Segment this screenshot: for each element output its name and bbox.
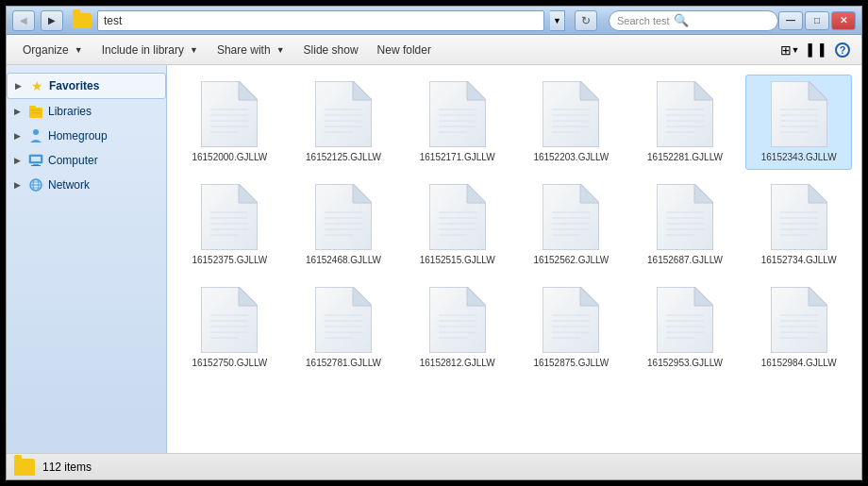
file-item[interactable]: 16152375.GJLLW <box>176 177 283 273</box>
search-icon[interactable]: 🔍 <box>674 13 689 27</box>
file-name: 16152515.GJLLW <box>420 254 495 266</box>
svg-rect-3 <box>31 112 41 114</box>
file-icon <box>201 287 258 353</box>
file-item[interactable]: 16152750.GJLLW <box>176 280 283 376</box>
forward-button[interactable]: ▶ <box>41 10 63 31</box>
file-name: 16152562.GJLLW <box>533 254 609 266</box>
organize-button[interactable]: Organize ▼ <box>14 39 92 61</box>
address-dropdown-button[interactable]: ▼ <box>550 10 565 31</box>
file-name: 16152875.GJLLW <box>533 357 609 369</box>
sidebar-item-computer[interactable]: ▶ Computer <box>7 148 166 173</box>
svg-marker-71 <box>467 184 486 203</box>
search-bar[interactable]: Search test 🔍 <box>609 10 778 31</box>
file-item[interactable]: 16152984.GJLLW <box>745 280 852 376</box>
svg-marker-106 <box>353 287 372 306</box>
share-with-button[interactable]: Share with ▼ <box>209 39 293 61</box>
file-icon <box>429 81 486 147</box>
file-icon <box>315 287 372 353</box>
file-area[interactable]: 16152000.GJLLW 16152125.GJLLW <box>167 65 861 453</box>
file-icon <box>657 184 713 250</box>
file-item[interactable]: 16152468.GJLLW <box>291 177 397 273</box>
svg-marker-85 <box>694 184 713 203</box>
file-icon <box>201 184 258 250</box>
file-name: 16152281.GJLLW <box>647 151 723 163</box>
file-item[interactable]: 16152875.GJLLW <box>518 280 625 376</box>
title-bar: ◀ ▶ test ▼ ↻ Search test 🔍 — <box>7 7 861 35</box>
help-button[interactable]: ? <box>831 39 854 61</box>
sidebar-item-homegroup[interactable]: ▶ Homegroup <box>7 124 166 148</box>
file-icon <box>657 81 713 147</box>
file-name: 16152343.GJLLW <box>761 151 837 163</box>
sidebar-item-network[interactable]: ▶ Network <box>7 173 166 197</box>
preview-pane-button[interactable]: ▌▐ <box>805 39 827 61</box>
svg-marker-22 <box>353 81 372 100</box>
status-bar: 112 items <box>7 453 861 479</box>
svg-marker-43 <box>694 81 713 100</box>
svg-marker-64 <box>353 184 372 203</box>
file-icon <box>315 81 372 147</box>
toolbar: Organize ▼ Include in library ▼ Share wi… <box>7 35 861 65</box>
file-item[interactable]: 16152781.GJLLW <box>291 280 397 376</box>
file-name: 16152781.GJLLW <box>306 357 381 369</box>
file-name: 16152171.GJLLW <box>420 151 495 163</box>
svg-marker-15 <box>239 81 258 100</box>
sidebar: ▶ ★ Favorites ▶ Libraries ▶ <box>7 65 167 453</box>
file-name: 16152750.GJLLW <box>192 357 267 369</box>
file-item[interactable]: 16152281.GJLLW <box>632 75 739 170</box>
main-window: ◀ ▶ test ▼ ↻ Search test 🔍 — <box>6 6 862 480</box>
libraries-icon <box>27 103 44 120</box>
title-bar-left: ◀ ▶ test ▼ ↻ Search test 🔍 <box>12 10 778 31</box>
window-controls: — □ ✕ <box>778 11 856 30</box>
homegroup-expand-icon: ▶ <box>14 131 24 141</box>
file-item[interactable]: 16152812.GJLLW <box>404 280 510 376</box>
file-name: 16152734.GJLLW <box>761 254 837 266</box>
include-in-library-button[interactable]: Include in library ▼ <box>93 39 207 61</box>
svg-marker-127 <box>694 287 713 306</box>
file-item[interactable]: 16152125.GJLLW <box>291 75 397 170</box>
homegroup-icon <box>27 127 44 144</box>
refresh-button[interactable]: ↻ <box>575 10 597 31</box>
file-item[interactable]: 16152203.GJLLW <box>518 75 625 170</box>
file-icon <box>429 287 486 353</box>
maximize-button[interactable]: □ <box>805 11 829 30</box>
sidebar-item-libraries[interactable]: ▶ Libraries <box>7 99 166 124</box>
address-bar[interactable]: test <box>97 10 544 31</box>
file-name: 16152984.GJLLW <box>761 357 837 369</box>
file-icon <box>771 184 827 250</box>
svg-marker-92 <box>809 184 827 203</box>
file-name: 16152203.GJLLW <box>533 151 609 163</box>
minimize-button[interactable]: — <box>778 11 803 30</box>
svg-marker-36 <box>580 81 599 100</box>
file-item[interactable]: 16152171.GJLLW <box>404 75 510 170</box>
file-grid: 16152000.GJLLW 16152125.GJLLW <box>176 75 852 376</box>
file-icon <box>429 184 486 250</box>
view-options-button[interactable]: ⊞ ▼ <box>778 39 801 61</box>
file-item[interactable]: 16152953.GJLLW <box>632 280 739 376</box>
item-count: 112 items <box>42 461 92 474</box>
file-item[interactable]: 16152562.GJLLW <box>518 177 625 273</box>
close-button[interactable]: ✕ <box>831 11 856 30</box>
status-folder-icon <box>14 459 35 476</box>
network-expand-icon: ▶ <box>14 180 24 190</box>
file-item[interactable]: 16152515.GJLLW <box>404 177 510 273</box>
file-item[interactable]: 16152734.GJLLW <box>745 177 852 273</box>
include-chevron-icon: ▼ <box>190 45 198 55</box>
file-item[interactable]: 16152000.GJLLW <box>176 75 283 170</box>
svg-marker-113 <box>467 287 486 306</box>
svg-marker-50 <box>809 81 827 100</box>
file-name: 16152687.GJLLW <box>647 254 723 266</box>
organize-chevron-icon: ▼ <box>75 45 83 55</box>
file-item[interactable]: 16152687.GJLLW <box>632 177 739 273</box>
svg-rect-8 <box>31 165 41 166</box>
share-chevron-icon: ▼ <box>276 45 285 55</box>
back-button[interactable]: ◀ <box>12 10 35 31</box>
toolbar-right: ⊞ ▼ ▌▐ ? <box>778 39 854 61</box>
sidebar-item-favorites[interactable]: ▶ ★ Favorites <box>7 73 166 99</box>
favorites-icon: ★ <box>28 77 45 94</box>
slideshow-button[interactable]: Slide show <box>295 39 367 61</box>
file-icon <box>771 81 827 147</box>
new-folder-button[interactable]: New folder <box>369 39 440 61</box>
computer-icon <box>27 152 44 169</box>
file-item[interactable]: 16152343.GJLLW <box>745 75 852 170</box>
file-icon <box>657 287 713 353</box>
